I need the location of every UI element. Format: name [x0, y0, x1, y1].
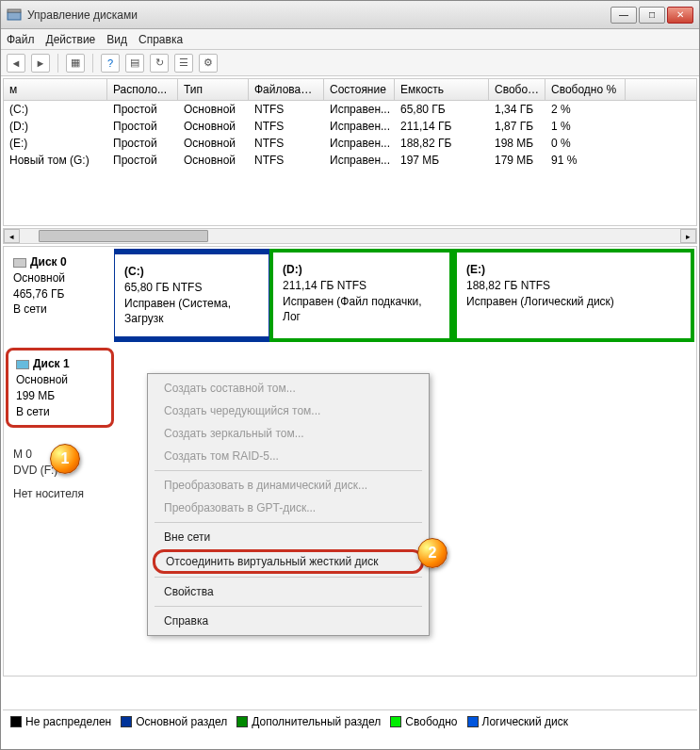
- volume-cell: Основной: [178, 101, 249, 118]
- scroll-left-icon[interactable]: ◂: [4, 229, 20, 243]
- volume-cell: 2 %: [545, 101, 626, 118]
- col-freepct[interactable]: Свободно %: [545, 79, 626, 100]
- refresh-button[interactable]: ↻: [150, 54, 169, 73]
- volume-cell: Основной: [178, 135, 249, 152]
- cd0-name: M 0: [13, 448, 32, 461]
- disk0-type: Основной: [13, 270, 106, 286]
- menu-mirror-volume: Создать зеркальный том...: [151, 422, 426, 445]
- back-button[interactable]: ◄: [7, 54, 25, 73]
- col-type[interactable]: Тип: [178, 79, 249, 100]
- menu-action[interactable]: Действие: [46, 33, 96, 46]
- partition-d[interactable]: (D:) 211,14 ГБ NTFS Исправен (Файл подка…: [269, 249, 453, 342]
- legend-extended: Дополнительный раздел: [236, 715, 381, 728]
- menu-detach-vhd[interactable]: Отсоединить виртуальный жесткий диск: [153, 549, 424, 574]
- disk0-size: 465,76 ГБ: [13, 286, 106, 302]
- disk-row-0: Диск 0 Основной 465,76 ГБ В сети (C:) 65…: [6, 249, 694, 342]
- menu-raid5-volume: Создать том RAID-5...: [151, 445, 426, 467]
- volume-cell: 1,34 ГБ: [489, 101, 545, 118]
- menu-help[interactable]: Справка: [151, 610, 426, 632]
- volume-cell: Новый том (G:): [4, 152, 107, 169]
- volume-cell: 91 %: [545, 152, 626, 169]
- volume-cell: Простой: [107, 101, 178, 118]
- volume-cell: 179 МБ: [489, 152, 545, 169]
- partition-size: 188,82 ГБ NTFS: [466, 278, 681, 294]
- volume-list: м Располо... Тип Файловая с... Состояние…: [3, 78, 697, 226]
- volume-cell: NTFS: [249, 101, 324, 118]
- menu-striped-volume: Создать чередующийся том...: [151, 399, 426, 422]
- volume-cell: Исправен...: [324, 118, 395, 135]
- volume-cell: (D:): [4, 118, 107, 135]
- close-button[interactable]: ✕: [667, 7, 693, 24]
- callout-2: 2: [417, 538, 448, 568]
- volume-cell: 0 %: [545, 135, 626, 152]
- volume-cell: Основной: [178, 152, 249, 169]
- svg-rect-0: [8, 12, 21, 20]
- disk1-header[interactable]: Диск 1 Основной 199 МБ В сети: [6, 348, 114, 428]
- volume-cell: 197 МБ: [395, 152, 489, 169]
- statusbar: [1, 734, 699, 749]
- col-fs[interactable]: Файловая с...: [249, 79, 324, 100]
- volume-cell: 188,82 ГБ: [395, 135, 489, 152]
- volume-cell: 1,87 ГБ: [489, 118, 545, 135]
- menu-separator: [155, 522, 422, 523]
- legend: Не распределен Основной раздел Дополните…: [3, 709, 697, 732]
- menu-separator: [155, 606, 422, 607]
- menu-separator: [155, 470, 422, 471]
- menu-file[interactable]: Файл: [7, 33, 35, 46]
- partition-status: Исправен (Система, Загрузк: [124, 296, 259, 328]
- settings-button[interactable]: ☰: [174, 54, 193, 73]
- partition-name: (D:): [283, 262, 440, 278]
- menu-separator: [155, 577, 422, 578]
- volume-cell: 211,14 ГБ: [395, 118, 489, 135]
- col-status[interactable]: Состояние: [324, 79, 395, 100]
- help-button[interactable]: ?: [101, 54, 120, 73]
- volume-cell: Исправен...: [324, 135, 395, 152]
- more-button[interactable]: ⚙: [199, 54, 218, 73]
- volume-row[interactable]: (E:)ПростойОсновнойNTFSИсправен...188,82…: [4, 135, 696, 152]
- app-icon: [7, 8, 22, 23]
- volume-cell: (E:): [4, 135, 107, 152]
- col-capacity[interactable]: Емкость: [395, 79, 489, 100]
- col-volume[interactable]: м: [4, 79, 107, 100]
- minimize-button[interactable]: —: [610, 7, 637, 24]
- col-layout[interactable]: Располо...: [107, 79, 178, 100]
- menu-convert-dynamic: Преобразовать в динамический диск...: [151, 474, 426, 497]
- show-tree-button[interactable]: ▦: [66, 54, 85, 73]
- volume-rows: (C:)ПростойОсновнойNTFSИсправен...65,80 …: [4, 101, 696, 169]
- volume-cell: 1 %: [545, 118, 626, 135]
- horizontal-scrollbar[interactable]: ◂ ▸: [3, 228, 697, 244]
- toolbar: ◄ ► ▦ ? ▤ ↻ ☰ ⚙: [1, 50, 699, 76]
- volume-cell: NTFS: [249, 152, 324, 169]
- scroll-thumb[interactable]: [39, 230, 208, 242]
- volume-row[interactable]: (C:)ПростойОсновнойNTFSИсправен...65,80 …: [4, 101, 696, 118]
- list-button[interactable]: ▤: [125, 54, 144, 73]
- legend-logical: Логический диск: [467, 715, 569, 728]
- callout-1: 1: [50, 444, 80, 474]
- volume-cell: 198 МБ: [489, 135, 545, 152]
- toolbar-separator: [92, 54, 93, 73]
- disk0-header[interactable]: Диск 0 Основной 465,76 ГБ В сети: [6, 249, 114, 342]
- forward-button[interactable]: ►: [31, 54, 50, 73]
- volume-cell: Простой: [107, 118, 178, 135]
- partition-c[interactable]: (C:) 65,80 ГБ NTFS Исправен (Система, За…: [114, 249, 269, 342]
- disk1-name: Диск 1: [33, 357, 70, 370]
- menu-convert-gpt: Преобразовать в GPT-диск...: [151, 497, 426, 519]
- volume-row[interactable]: (D:)ПростойОсновнойNTFSИсправен...211,14…: [4, 118, 696, 135]
- scroll-right-icon[interactable]: ▸: [680, 229, 696, 243]
- disk1-size: 199 МБ: [16, 388, 104, 404]
- volume-row[interactable]: Новый том (G:)ПростойОсновнойNTFSИсправе…: [4, 152, 696, 169]
- menu-properties[interactable]: Свойства: [151, 580, 426, 603]
- menu-help[interactable]: Справка: [138, 33, 183, 46]
- context-menu: Создать составной том... Создать чередую…: [147, 373, 430, 636]
- window-title: Управление дисками: [27, 8, 610, 22]
- col-free[interactable]: Свобод...: [489, 79, 545, 100]
- menu-view[interactable]: Вид: [106, 33, 127, 46]
- maximize-button[interactable]: □: [639, 7, 665, 24]
- partition-size: 211,14 ГБ NTFS: [283, 278, 440, 294]
- disk0-partitions: (C:) 65,80 ГБ NTFS Исправен (Система, За…: [114, 249, 694, 342]
- disk-icon: [13, 258, 26, 268]
- menu-offline[interactable]: Вне сети: [151, 526, 426, 548]
- volume-cell: Основной: [178, 118, 249, 135]
- partition-e[interactable]: (E:) 188,82 ГБ NTFS Исправен (Логический…: [453, 249, 694, 342]
- toolbar-separator: [57, 54, 58, 73]
